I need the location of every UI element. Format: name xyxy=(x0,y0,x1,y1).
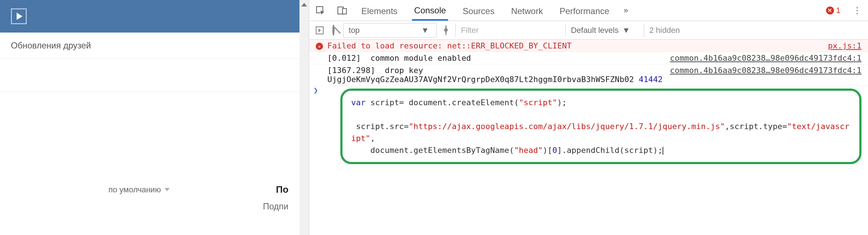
error-count: 1 xyxy=(836,6,841,15)
clear-console-icon[interactable] xyxy=(332,26,335,35)
inspect-element-icon[interactable] xyxy=(316,6,325,15)
feed-title: Обновления друзей xyxy=(0,33,299,59)
context-selector[interactable]: top ▼ xyxy=(343,23,437,38)
page-scrollbar[interactable] xyxy=(299,0,309,235)
console-log-area: ✕ Failed to load resource: net::ERR_BLOC… xyxy=(309,40,868,235)
log-levels-dropdown[interactable]: Default levels ▼ xyxy=(565,24,635,37)
log-message: [0.012] common module enabled xyxy=(327,54,663,63)
tab-network[interactable]: Network xyxy=(509,1,545,20)
error-count-badge[interactable]: ✕ 1 xyxy=(826,6,841,15)
hidden-count[interactable]: 2 hidden xyxy=(644,24,685,37)
log-message: Failed to load resource: net::ERR_BLOCKE… xyxy=(327,41,821,50)
tab-console[interactable]: Console xyxy=(412,0,448,21)
tab-sources[interactable]: Sources xyxy=(460,1,497,20)
live-expression-icon[interactable] xyxy=(445,26,447,35)
tab-elements[interactable]: Elements xyxy=(359,1,400,20)
levels-label: Default levels xyxy=(571,26,618,35)
play-triangle-icon xyxy=(17,13,22,20)
truncated-subtext: Подпи xyxy=(263,201,288,212)
devtools-panel: Elements Console Sources Network Perform… xyxy=(309,0,868,235)
error-icon: ✕ xyxy=(316,43,323,50)
log-source-link[interactable]: common.4b16aa9c08238…98e096dc49173fdc4:1 xyxy=(663,54,861,63)
toggle-sidebar-icon[interactable] xyxy=(316,26,324,34)
scroll-up-arrow-icon xyxy=(301,3,307,7)
console-toolbar: top ▼ Filter Default levels ▼ 2 hidden xyxy=(309,21,868,40)
chevron-down-icon xyxy=(165,188,170,191)
sort-dropdown[interactable]: по умолчанию xyxy=(109,185,170,195)
vk-top-bar xyxy=(0,0,299,33)
svg-rect-2 xyxy=(342,8,346,14)
console-prompt-icon: ❯ xyxy=(309,86,322,171)
console-input-row: ❯ var script= document.createElement("sc… xyxy=(309,86,868,171)
truncated-heading: По xyxy=(276,184,289,195)
log-source-link[interactable]: px.js:1 xyxy=(821,41,861,50)
divider xyxy=(0,91,299,92)
filter-input[interactable]: Filter xyxy=(455,24,557,37)
sort-label: по умолчанию xyxy=(109,185,161,195)
vk-page-fragment: Обновления друзей по умолчанию По Подпи xyxy=(0,0,299,235)
log-entry-info: [0.012] common module enabled common.4b1… xyxy=(309,52,868,64)
log-entry-error: ✕ Failed to load resource: net::ERR_BLOC… xyxy=(309,40,868,52)
log-message: [1367.298] drop keyUjgjOeKmVyqGzZeaAU37A… xyxy=(327,66,663,84)
filter-placeholder: Filter xyxy=(461,26,478,35)
devtools-tabs: Elements Console Sources Network Perform… xyxy=(309,0,868,21)
feed-body: по умолчанию По Подпи xyxy=(0,59,299,235)
chevron-down-icon: ▼ xyxy=(622,26,630,35)
log-source-link[interactable]: common.4b16aa9c08238…98e096dc49173fdc4:1 xyxy=(663,66,861,75)
toggle-device-icon[interactable] xyxy=(337,6,347,15)
play-icon[interactable] xyxy=(11,8,27,24)
context-value: top xyxy=(349,26,360,35)
tab-performance[interactable]: Performance xyxy=(557,1,611,20)
chevron-down-icon: ▼ xyxy=(421,26,429,35)
console-input[interactable]: var script= document.createElement("scri… xyxy=(340,89,861,164)
text-cursor xyxy=(663,147,663,155)
devtools-menu-icon[interactable]: ⋮ xyxy=(853,5,861,16)
more-tabs-icon[interactable]: » xyxy=(624,6,627,15)
error-dot-icon: ✕ xyxy=(826,7,834,14)
log-entry-info: [1367.298] drop keyUjgjOeKmVyqGzZeaAU37A… xyxy=(309,64,868,86)
